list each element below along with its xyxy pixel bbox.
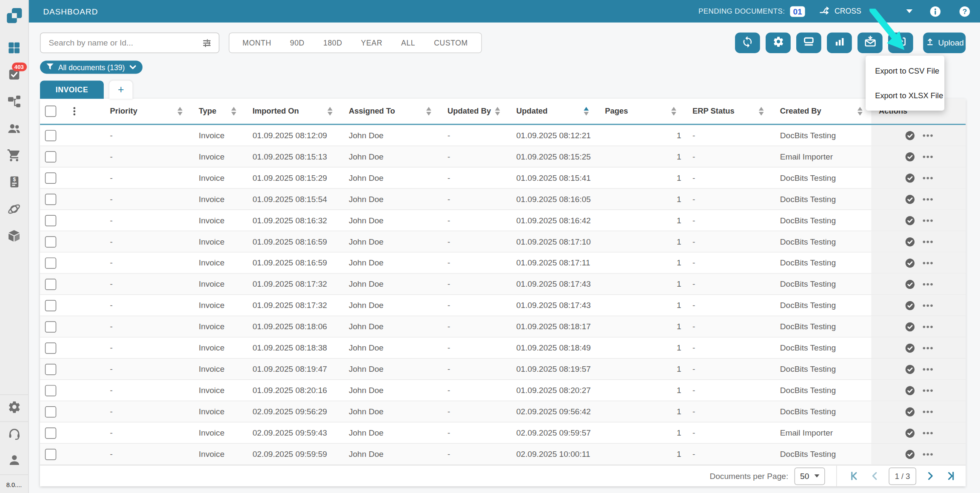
sort-icon-updated_by[interactable]: [495, 107, 500, 116]
verified-badge-icon[interactable]: [904, 342, 916, 354]
table-row[interactable]: -Invoice01.09.2025 08:20:16John Doe-01.0…: [40, 380, 966, 401]
time-filter-all[interactable]: ALL: [392, 38, 424, 47]
sidebar-item-invoices[interactable]: $: [6, 175, 22, 191]
row-checkbox[interactable]: [45, 215, 56, 226]
more-options-icon[interactable]: [923, 134, 933, 137]
row-checkbox[interactable]: [45, 363, 56, 374]
column-header-updated[interactable]: Updated: [509, 107, 598, 116]
sidebar-item-integrations[interactable]: [6, 202, 22, 218]
verified-badge-icon[interactable]: [904, 299, 916, 311]
row-checkbox[interactable]: [45, 321, 56, 332]
time-filter-90d[interactable]: 90D: [281, 38, 314, 47]
sort-icon-updated[interactable]: [584, 107, 589, 116]
scanner-button[interactable]: [796, 32, 821, 53]
refresh-button[interactable]: [735, 32, 760, 53]
tab-invoice[interactable]: INVOICE: [40, 81, 104, 99]
export-menu-item-xlsx[interactable]: Export to XLSX File: [866, 83, 944, 107]
table-row[interactable]: -Invoice01.09.2025 08:19:47John Doe-01.0…: [40, 359, 966, 380]
more-options-icon[interactable]: [923, 282, 933, 286]
row-checkbox[interactable]: [45, 194, 56, 205]
row-checkbox[interactable]: [45, 342, 56, 353]
sidebar-item-settings[interactable]: [6, 400, 22, 416]
table-row[interactable]: -Invoice01.09.2025 08:17:32John Doe-01.0…: [40, 295, 966, 316]
verified-badge-icon[interactable]: [904, 363, 916, 375]
time-filter-custom[interactable]: CUSTOM: [424, 38, 477, 47]
row-checkbox[interactable]: [45, 151, 56, 162]
time-filter-month[interactable]: MONTH: [233, 38, 281, 47]
sort-icon-imported_on[interactable]: [328, 107, 333, 116]
row-checkbox[interactable]: [45, 172, 56, 183]
first-page-button[interactable]: [850, 470, 860, 481]
verified-badge-icon[interactable]: [904, 171, 916, 184]
more-options-icon[interactable]: [923, 367, 933, 371]
table-row[interactable]: -Invoice01.09.2025 08:16:32John Doe-01.0…: [40, 210, 966, 231]
export-menu-item-csv[interactable]: Export to CSV File: [866, 59, 944, 83]
sort-icon-type[interactable]: [231, 107, 236, 116]
documents-filter-chip[interactable]: All documents (139): [40, 61, 142, 74]
verified-badge-icon[interactable]: [904, 214, 916, 226]
sidebar-item-workflow[interactable]: [6, 94, 22, 111]
more-options-icon[interactable]: [923, 240, 933, 244]
table-row[interactable]: -Invoice01.09.2025 08:15:13John Doe-01.0…: [40, 146, 966, 168]
verified-badge-icon[interactable]: [904, 235, 916, 248]
select-all-checkbox[interactable]: [45, 105, 56, 117]
column-header-pages[interactable]: Pages: [598, 107, 685, 116]
row-checkbox[interactable]: [45, 257, 56, 268]
time-filter-year[interactable]: YEAR: [352, 38, 392, 47]
table-row[interactable]: -Invoice01.09.2025 08:18:38John Doe-01.0…: [40, 337, 966, 359]
sidebar-item-users[interactable]: [6, 121, 22, 137]
sidebar-item-dashboard[interactable]: [6, 41, 22, 57]
row-checkbox[interactable]: [45, 427, 56, 438]
table-row[interactable]: -Invoice01.09.2025 08:16:59John Doe-01.0…: [40, 253, 966, 274]
sidebar-item-support[interactable]: [6, 427, 22, 443]
help-button[interactable]: ?: [958, 5, 971, 18]
sort-icon-priority[interactable]: [177, 107, 182, 116]
sidebar-item-profile[interactable]: [6, 453, 22, 469]
table-row[interactable]: -Invoice01.09.2025 08:12:09John Doe-01.0…: [40, 125, 966, 146]
sidebar-item-orders[interactable]: [6, 148, 22, 164]
settings-button[interactable]: [766, 32, 791, 53]
export-button[interactable]: [888, 32, 913, 53]
sort-icon-created_by[interactable]: [858, 107, 863, 116]
row-checkbox[interactable]: [45, 448, 56, 459]
column-header-created_by[interactable]: Created By: [772, 107, 871, 116]
verified-badge-icon[interactable]: [904, 448, 916, 460]
analytics-button[interactable]: [827, 32, 852, 53]
org-selector[interactable]: CROSS: [819, 4, 861, 18]
sidebar-item-validation[interactable]: 403: [6, 68, 22, 84]
more-options-icon[interactable]: [923, 452, 933, 456]
more-options-icon[interactable]: [923, 410, 933, 413]
time-filter-180d[interactable]: 180D: [314, 38, 352, 47]
column-header-imported_on[interactable]: Imported On: [245, 107, 341, 116]
more-options-icon[interactable]: [923, 325, 933, 328]
more-options-icon[interactable]: [923, 388, 933, 392]
previous-page-button[interactable]: [869, 470, 880, 481]
filter-tune-icon[interactable]: [201, 37, 212, 48]
next-page-button[interactable]: [925, 470, 936, 481]
sidebar-item-packages[interactable]: [6, 229, 22, 245]
column-header-type[interactable]: Type: [191, 107, 245, 116]
sort-icon-pages[interactable]: [671, 107, 676, 116]
verified-badge-icon[interactable]: [904, 256, 916, 269]
table-row[interactable]: -Invoice02.09.2025 09:56:29John Doe-02.0…: [40, 401, 966, 422]
row-checkbox[interactable]: [45, 236, 56, 247]
row-checkbox[interactable]: [45, 406, 56, 417]
column-header-updated_by[interactable]: Updated By: [440, 107, 509, 116]
more-options-icon[interactable]: [923, 197, 933, 201]
more-options-icon[interactable]: [923, 219, 933, 222]
column-header-erp_status[interactable]: ERP Status: [685, 107, 772, 116]
more-options-icon[interactable]: [923, 431, 933, 435]
search-input[interactable]: [48, 37, 201, 48]
table-row[interactable]: -Invoice01.09.2025 08:17:32John Doe-01.0…: [40, 274, 966, 295]
table-row[interactable]: -Invoice01.09.2025 08:18:06John Doe-01.0…: [40, 316, 966, 338]
row-checkbox[interactable]: [45, 385, 56, 396]
verified-badge-icon[interactable]: [904, 129, 916, 141]
mail-import-button[interactable]: [858, 32, 883, 53]
chevron-down-icon[interactable]: [906, 9, 913, 13]
verified-badge-icon[interactable]: [904, 384, 916, 396]
verified-badge-icon[interactable]: [904, 405, 916, 418]
per-page-select[interactable]: 50: [795, 467, 825, 484]
more-options-icon[interactable]: [923, 155, 933, 159]
column-header-priority[interactable]: Priority: [85, 107, 191, 116]
sort-icon-assigned_to[interactable]: [426, 107, 431, 116]
